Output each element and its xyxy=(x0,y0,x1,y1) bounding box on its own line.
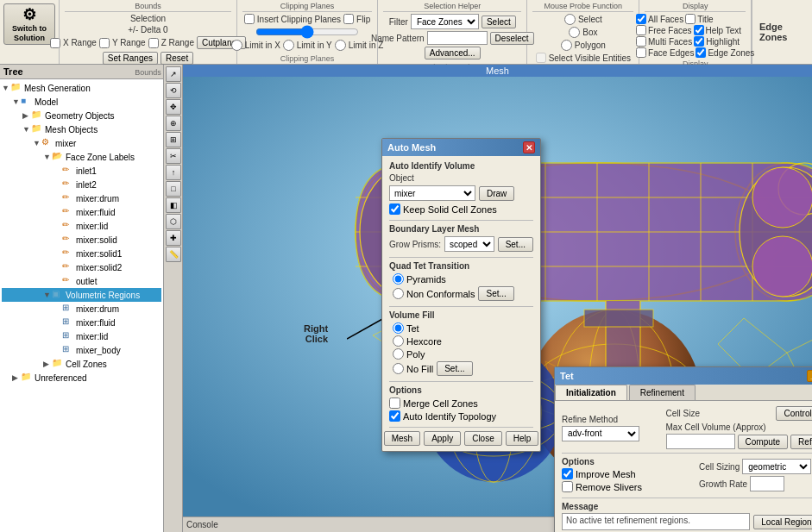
grow-prisms-select[interactable]: scoped xyxy=(444,236,494,252)
rotate-tool-btn[interactable]: ⟲ xyxy=(166,83,181,98)
tree-node-inlet1[interactable]: ✏ inlet1 xyxy=(2,164,161,178)
tree-node-mixer-solid[interactable]: ✏ mixer:solid xyxy=(2,233,161,247)
title-checkbox[interactable] xyxy=(685,14,696,24)
switch-to-solution-button[interactable]: ⚙ Switch toSolution xyxy=(3,3,55,45)
tree-node-face-zone-labels[interactable]: ▼ 📂 Face Zone Labels xyxy=(2,150,161,164)
refinement-tab[interactable]: Refinement xyxy=(629,385,696,400)
poly-label[interactable]: Poly xyxy=(393,348,533,360)
tree-node-volumetric-regions[interactable]: ▼ ▣ Volumetric Regions xyxy=(2,288,161,302)
zoom-tool-btn[interactable]: ⊕ xyxy=(166,116,181,131)
front-btn[interactable]: □ xyxy=(166,181,181,197)
tree-node-mixer-lid-vol[interactable]: ⊞ mixer:lid xyxy=(2,329,161,343)
tree-content[interactable]: ▼ 📁 Mesh Generation ▼ ■ Model ▶ 📁 Geomet… xyxy=(0,79,163,532)
tree-node-mixer[interactable]: ▼ ⚙ mixer xyxy=(2,136,161,150)
expand-icon[interactable]: ▶ xyxy=(43,360,52,368)
controls-button[interactable]: Controls... xyxy=(776,406,812,421)
non-conformals-radio[interactable] xyxy=(393,288,404,299)
set-ranges-button[interactable]: Set Ranges xyxy=(103,52,158,65)
mesh-button[interactable]: Mesh xyxy=(384,431,420,446)
expand-icon[interactable]: ▼ xyxy=(33,139,41,147)
pyramids-label[interactable]: Pyramids xyxy=(393,273,533,285)
x-range-checkbox[interactable] xyxy=(50,38,60,48)
tet-radio[interactable] xyxy=(393,322,404,334)
iso-btn[interactable]: ⬡ xyxy=(166,214,181,229)
refine-method-select[interactable]: adv-front xyxy=(562,426,639,441)
auto-identify-topology-checkbox[interactable] xyxy=(389,410,400,422)
apply-button[interactable]: Apply xyxy=(424,431,461,446)
face-edges-checkbox[interactable] xyxy=(636,47,646,58)
cut-btn[interactable]: ✂ xyxy=(166,148,181,164)
probe-btn[interactable]: ✚ xyxy=(166,230,181,246)
tree-node-geometry-objects[interactable]: ▶ 📁 Geometry Objects xyxy=(2,109,161,122)
all-faces-checkbox[interactable] xyxy=(636,14,646,24)
up-btn[interactable]: ↑ xyxy=(166,165,181,180)
tree-node-model[interactable]: ▼ ■ Model xyxy=(2,95,161,109)
free-faces-checkbox[interactable] xyxy=(636,25,646,35)
tree-node-mixer-body-vol[interactable]: ⊞ mixer_body xyxy=(2,343,161,357)
clipping-slider[interactable] xyxy=(255,26,359,38)
multi-faces-checkbox[interactable] xyxy=(636,36,646,47)
no-fill-radio[interactable] xyxy=(393,363,404,374)
cell-sizing-select[interactable]: geometric xyxy=(742,459,811,474)
expand-icon[interactable]: ▼ xyxy=(43,153,52,161)
insert-clipping-checkbox[interactable] xyxy=(244,14,255,24)
tree-node-mixer-fluid-vol[interactable]: ⊞ mixer:fluid xyxy=(2,316,161,329)
close-button[interactable]: Close xyxy=(464,431,502,446)
right-btn[interactable]: ◧ xyxy=(166,197,181,213)
select-button[interactable]: Select xyxy=(482,16,516,28)
flip-checkbox[interactable] xyxy=(343,14,354,24)
select-tool-btn[interactable]: ↗ xyxy=(166,66,181,82)
hexcore-radio[interactable] xyxy=(393,335,404,347)
growth-rate-input[interactable]: 1.2 xyxy=(750,476,784,491)
local-regions-button[interactable]: Local Regions... xyxy=(753,515,812,529)
help-text-checkbox[interactable] xyxy=(694,25,704,35)
remove-slivers-checkbox[interactable] xyxy=(562,481,573,492)
tree-node-mesh-objects[interactable]: ▼ 📁 Mesh Objects xyxy=(2,122,161,136)
set-prisms-button[interactable]: Set... xyxy=(498,237,533,252)
expand-icon[interactable]: ▼ xyxy=(43,291,52,299)
expand-icon[interactable]: ▼ xyxy=(2,84,10,92)
compute-button[interactable]: Compute xyxy=(738,435,789,449)
viewport[interactable]: Mesh xyxy=(183,65,812,532)
limit-y-radio[interactable] xyxy=(283,40,294,51)
tree-node-mesh-generation[interactable]: ▼ 📁 Mesh Generation xyxy=(2,81,161,95)
tet-minimize-button[interactable]: _ xyxy=(807,370,812,382)
expand-icon[interactable]: ▼ xyxy=(22,125,31,134)
keep-solid-checkbox[interactable] xyxy=(389,203,400,215)
fit-btn[interactable]: ⊞ xyxy=(166,132,181,147)
auto-mesh-close-button[interactable]: ✕ xyxy=(523,141,535,153)
edge-zones-checkbox[interactable] xyxy=(696,47,706,58)
tree-node-inlet2[interactable]: ✏ inlet2 xyxy=(2,178,161,191)
improve-mesh-checkbox[interactable] xyxy=(562,468,573,479)
mouse-select-radio[interactable] xyxy=(564,14,576,25)
merge-cell-checkbox[interactable] xyxy=(389,397,400,409)
ruler-btn[interactable]: 📏 xyxy=(166,247,181,262)
limit-z-radio[interactable] xyxy=(335,40,346,51)
pyramids-radio[interactable] xyxy=(393,273,404,285)
no-fill-label[interactable]: No Fill xyxy=(393,363,433,374)
non-conformals-label[interactable]: Non Conformals xyxy=(393,288,475,299)
refine-button[interactable]: Refine xyxy=(790,435,812,449)
max-cell-input[interactable]: 8068.689 xyxy=(666,434,735,449)
auto-mesh-title[interactable]: Auto Mesh ✕ xyxy=(382,139,540,156)
mouse-polygon-radio[interactable] xyxy=(561,40,572,51)
expand-icon[interactable]: ▼ xyxy=(12,97,21,106)
filter-select[interactable]: Face Zones xyxy=(411,14,479,29)
poly-radio[interactable] xyxy=(393,348,404,360)
tree-node-mixer-drum-vol[interactable]: ⊞ mixer:drum xyxy=(2,302,161,316)
set-quadtet-button[interactable]: Set... xyxy=(478,286,513,301)
tree-node-unreferenced[interactable]: ▶ 📁 Unreferenced xyxy=(2,371,161,385)
name-pattern-input[interactable] xyxy=(427,31,488,45)
y-range-checkbox[interactable] xyxy=(99,38,110,48)
tet-label[interactable]: Tet xyxy=(393,322,533,334)
tet-title[interactable]: Tet _ ✕ xyxy=(555,367,812,385)
pan-tool-btn[interactable]: ✥ xyxy=(166,99,181,115)
help-button[interactable]: Help xyxy=(506,431,539,446)
limit-x-radio[interactable] xyxy=(231,40,242,51)
mouse-box-radio[interactable] xyxy=(569,27,580,38)
tree-node-mixer-solid1[interactable]: ✏ mixer:solid1 xyxy=(2,247,161,260)
tree-node-mixer-lid[interactable]: ✏ mixer:lid xyxy=(2,219,161,233)
tree-node-cell-zones[interactable]: ▶ 📁 Cell Zones xyxy=(2,357,161,371)
tree-node-mixer-drum[interactable]: ✏ mixer:drum xyxy=(2,191,161,205)
expand-icon[interactable]: ▶ xyxy=(12,373,21,382)
